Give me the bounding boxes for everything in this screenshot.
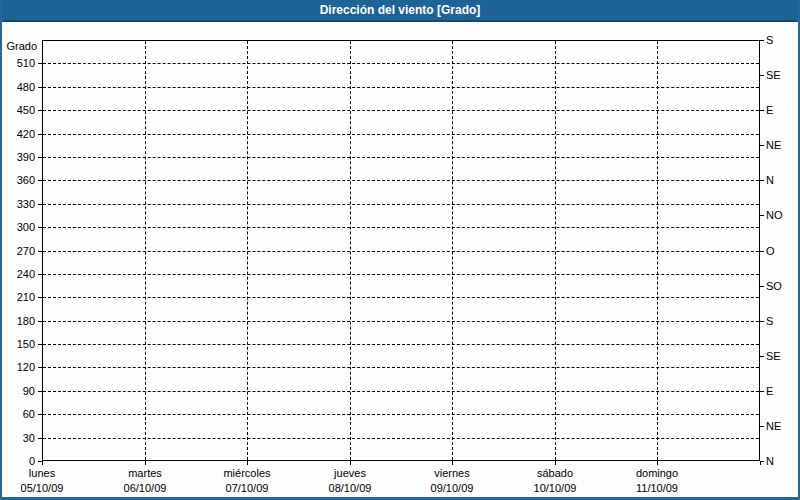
y-left-tick-label: 360 [0, 173, 35, 187]
y-right-tick [760, 215, 764, 216]
h-gridline [43, 204, 759, 205]
y-left-tick [38, 134, 42, 135]
x-day-label: viernes [402, 466, 502, 480]
h-gridline [43, 321, 759, 322]
y-left-tick [38, 204, 42, 205]
x-axis-tick [350, 461, 351, 465]
h-gridline [43, 344, 759, 345]
y-left-tick [38, 391, 42, 392]
y-left-tick [38, 110, 42, 111]
x-date-label: 07/10/09 [197, 481, 297, 495]
h-gridline [43, 157, 759, 158]
h-gridline [43, 63, 759, 64]
y-left-tick [38, 414, 42, 415]
x-day-label: lunes [0, 466, 92, 480]
y-left-tick-label: 210 [0, 290, 35, 304]
y-left-tick-label: 420 [0, 127, 35, 141]
y-left-tick [38, 274, 42, 275]
v-gridline [657, 41, 658, 460]
x-axis-tick [452, 461, 453, 465]
x-axis-tick [657, 461, 658, 465]
h-gridline [43, 438, 759, 439]
y-right-tick-label: S [766, 33, 773, 47]
y-right-tick-label: N [766, 454, 774, 468]
y-right-tick-label: SO [766, 279, 782, 293]
y-left-tick [38, 227, 42, 228]
v-gridline [452, 41, 453, 460]
y-right-tick-label: NO [766, 208, 783, 222]
h-gridline [43, 391, 759, 392]
x-date-label: 11/10/09 [607, 481, 707, 495]
x-day-label: sábado [505, 466, 605, 480]
h-gridline [43, 87, 759, 88]
x-axis-tick [42, 461, 43, 465]
y-right-tick [760, 426, 764, 427]
x-date-label: 08/10/09 [300, 481, 400, 495]
y-left-tick-label: 90 [0, 384, 35, 398]
y-left-tick-label: 180 [0, 314, 35, 328]
y-right-tick-label: O [766, 244, 775, 258]
x-day-label: miércoles [197, 466, 297, 480]
y-left-tick-label: 300 [0, 220, 35, 234]
y-right-tick [760, 321, 764, 322]
y-left-tick [38, 157, 42, 158]
y-left-tick [38, 87, 42, 88]
y-right-tick [760, 110, 764, 111]
v-gridline [145, 41, 146, 460]
x-axis-tick [247, 461, 248, 465]
v-gridline [555, 41, 556, 460]
x-axis-tick [760, 461, 761, 465]
chart-canvas: 0306090120150180210240270300330360390420… [0, 0, 800, 500]
h-gridline [43, 414, 759, 415]
y-left-tick-label: 450 [0, 103, 35, 117]
x-date-label: 05/10/09 [0, 481, 92, 495]
h-gridline [43, 251, 759, 252]
h-gridline [43, 367, 759, 368]
y-axis-title: Grado [0, 39, 37, 53]
y-right-tick [760, 75, 764, 76]
y-right-tick-label: E [766, 103, 773, 117]
y-right-tick [760, 391, 764, 392]
h-gridline [43, 180, 759, 181]
y-left-tick-label: 150 [0, 337, 35, 351]
y-left-tick-label: 270 [0, 244, 35, 258]
h-gridline [43, 110, 759, 111]
x-date-label: 10/10/09 [505, 481, 605, 495]
y-right-tick [760, 145, 764, 146]
x-axis-tick [555, 461, 556, 465]
y-right-tick [760, 40, 764, 41]
v-gridline [247, 41, 248, 460]
y-left-tick [38, 63, 42, 64]
x-day-label: martes [95, 466, 195, 480]
x-day-label: jueves [300, 466, 400, 480]
h-gridline [43, 227, 759, 228]
y-left-tick-label: 240 [0, 267, 35, 281]
y-right-tick-label: N [766, 173, 774, 187]
h-gridline [43, 134, 759, 135]
y-left-tick [38, 367, 42, 368]
y-left-tick-label: 30 [0, 431, 35, 445]
y-left-tick [38, 297, 42, 298]
y-right-tick-label: E [766, 384, 773, 398]
y-right-tick-label: NE [766, 419, 781, 433]
h-gridline [43, 297, 759, 298]
y-left-tick [38, 344, 42, 345]
chart-window: Dirección del viento [Grado] 03060901201… [0, 0, 800, 500]
y-left-tick-label: 60 [0, 407, 35, 421]
x-axis-tick [145, 461, 146, 465]
x-day-label: domingo [607, 466, 707, 480]
x-date-label: 09/10/09 [402, 481, 502, 495]
y-left-tick-label: 120 [0, 360, 35, 374]
y-right-tick [760, 180, 764, 181]
y-right-tick [760, 251, 764, 252]
y-left-tick [38, 321, 42, 322]
y-right-tick-label: NE [766, 138, 781, 152]
y-right-tick-label: SE [766, 349, 781, 363]
y-left-tick-label: 480 [0, 80, 35, 94]
y-left-tick-label: 510 [0, 56, 35, 70]
y-left-tick-label: 330 [0, 197, 35, 211]
x-date-label: 06/10/09 [95, 481, 195, 495]
v-gridline [350, 41, 351, 460]
y-left-tick [38, 180, 42, 181]
h-gridline [43, 274, 759, 275]
